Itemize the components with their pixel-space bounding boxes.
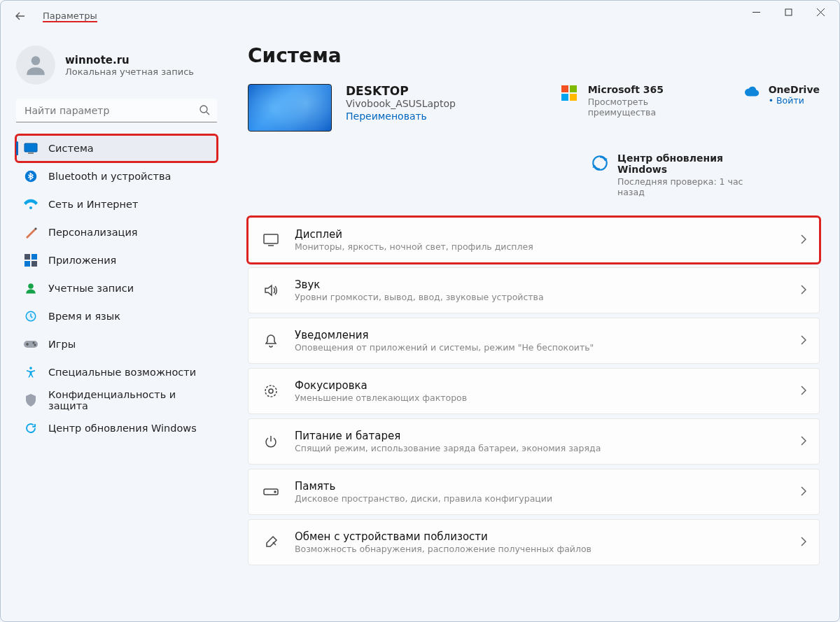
tile-m365[interactable]: Microsoft 365 Просмотреть преимущества bbox=[561, 84, 715, 132]
sidebar-item-label: Bluetooth и устройства bbox=[48, 171, 171, 182]
sidebar-item-label: Время и язык bbox=[48, 311, 120, 322]
maximize-button[interactable] bbox=[772, 1, 804, 23]
device-name: DESKTOP bbox=[346, 84, 456, 98]
windows-update-icon bbox=[591, 154, 609, 172]
focus-icon bbox=[262, 383, 279, 400]
svg-point-16 bbox=[29, 367, 32, 369]
chevron-right-icon bbox=[801, 334, 806, 348]
sidebar-item-label: Приложения bbox=[48, 255, 116, 266]
time-icon bbox=[23, 309, 38, 324]
gaming-icon bbox=[23, 337, 38, 352]
svg-point-22 bbox=[274, 491, 276, 493]
settings-item-notifications[interactable]: УведомленияОповещения от приложений и си… bbox=[248, 318, 820, 364]
settings-item-sound[interactable]: ЗвукУровни громкости, вывод, ввод, звуко… bbox=[248, 267, 820, 313]
svg-rect-0 bbox=[785, 9, 792, 15]
sidebar-item-personalization[interactable]: Персонализация bbox=[16, 219, 217, 246]
settings-item-sub: Возможность обнаружения, расположение по… bbox=[295, 544, 801, 554]
apps-icon bbox=[23, 253, 38, 268]
avatar-icon bbox=[16, 45, 55, 85]
chevron-right-icon bbox=[801, 435, 806, 448]
system-icon bbox=[23, 141, 38, 156]
device-wallpaper-thumb bbox=[248, 84, 332, 132]
settings-item-sub: Уменьшение отвлекающих факторов bbox=[295, 393, 801, 403]
sidebar-item-label: Учетные записи bbox=[48, 283, 134, 294]
app-title: Параметры bbox=[43, 10, 97, 22]
sidebar-item-gaming[interactable]: Игры bbox=[16, 331, 217, 358]
sidebar-item-label: Игры bbox=[48, 339, 76, 350]
sidebar-item-time[interactable]: Время и язык bbox=[16, 303, 217, 330]
settings-item-power[interactable]: Питание и батареяСпящий режим, использов… bbox=[248, 418, 820, 465]
device-model: Vivobook_ASUSLaptop bbox=[346, 98, 456, 109]
sound-icon bbox=[262, 282, 279, 299]
svg-rect-7 bbox=[24, 254, 30, 260]
svg-point-1 bbox=[31, 56, 41, 65]
svg-rect-3 bbox=[24, 143, 37, 152]
account-type: Локальная учетная запись bbox=[65, 66, 194, 77]
settings-item-sub: Дисковое пространство, диски, правила ко… bbox=[295, 493, 801, 504]
settings-item-sub: Спящий режим, использование заряда батар… bbox=[295, 443, 801, 453]
search-box[interactable] bbox=[16, 99, 217, 122]
search-input[interactable] bbox=[16, 99, 217, 122]
tile-link[interactable]: Войти bbox=[769, 95, 820, 106]
sidebar-item-label: Специальные возможности bbox=[48, 367, 196, 378]
bluetooth-icon bbox=[23, 169, 38, 184]
tile-windows-update[interactable]: Центр обновления Windows Последняя прове… bbox=[591, 153, 745, 197]
chevron-right-icon bbox=[801, 536, 806, 549]
nearby-icon bbox=[262, 534, 279, 551]
device-block: DESKTOP Vivobook_ASUSLaptop Переименоват… bbox=[248, 84, 456, 132]
settings-item-focus[interactable]: ФокусировкаУменьшение отвлекающих фактор… bbox=[248, 368, 820, 414]
svg-point-2 bbox=[200, 106, 207, 113]
chevron-right-icon bbox=[801, 385, 806, 398]
settings-item-sub: Мониторы, яркость, ночной свет, профиль … bbox=[295, 241, 801, 252]
svg-rect-10 bbox=[31, 261, 37, 267]
sidebar-item-accounts[interactable]: Учетные записи bbox=[16, 275, 217, 302]
notifications-icon bbox=[262, 332, 279, 349]
privacy-icon bbox=[23, 393, 38, 408]
settings-item-title: Обмен с устройствами поблизости bbox=[295, 530, 801, 543]
settings-item-title: Звук bbox=[295, 278, 801, 291]
rename-link[interactable]: Переименовать bbox=[346, 111, 456, 122]
tile-title: OneDrive bbox=[769, 84, 820, 95]
sidebar-item-update[interactable]: Центр обновления Windows bbox=[16, 415, 217, 441]
search-icon bbox=[199, 104, 210, 118]
sidebar-item-label: Сеть и Интернет bbox=[48, 199, 138, 210]
sidebar-item-label: Система bbox=[48, 143, 94, 154]
display-icon bbox=[262, 232, 279, 248]
settings-item-title: Фокусировка bbox=[295, 379, 801, 392]
chevron-right-icon bbox=[801, 234, 806, 247]
settings-item-nearby[interactable]: Обмен с устройствами поблизостиВозможнос… bbox=[248, 519, 820, 565]
sidebar-item-network[interactable]: Сеть и Интернет bbox=[16, 191, 217, 218]
tile-title: Microsoft 365 bbox=[588, 84, 715, 95]
svg-point-15 bbox=[34, 344, 36, 346]
personalization-icon bbox=[23, 225, 38, 240]
accessibility-icon bbox=[23, 365, 38, 380]
sidebar-item-label: Центр обновления Windows bbox=[48, 423, 197, 434]
account-block[interactable]: winnote.ru Локальная учетная запись bbox=[16, 45, 217, 85]
microsoft-logo-icon bbox=[561, 85, 580, 104]
settings-item-display[interactable]: ДисплейМониторы, яркость, ночной свет, п… bbox=[248, 217, 820, 263]
chevron-right-icon bbox=[801, 486, 806, 499]
tile-title: Центр обновления Windows bbox=[617, 153, 745, 175]
sidebar-item-bluetooth[interactable]: Bluetooth и устройства bbox=[16, 163, 217, 190]
settings-item-sub: Уровни громкости, вывод, ввод, звуковые … bbox=[295, 292, 801, 302]
tile-sub: Просмотреть преимущества bbox=[588, 97, 715, 118]
sidebar-item-accessibility[interactable]: Специальные возможности bbox=[16, 359, 217, 386]
network-icon bbox=[23, 197, 38, 212]
minimize-button[interactable] bbox=[740, 1, 772, 23]
update-icon bbox=[23, 420, 38, 436]
page-title: Система bbox=[248, 44, 820, 67]
svg-point-6 bbox=[29, 206, 32, 209]
power-icon bbox=[262, 433, 279, 450]
svg-point-19 bbox=[265, 386, 276, 397]
sidebar-item-apps[interactable]: Приложения bbox=[16, 247, 217, 274]
close-button[interactable] bbox=[804, 1, 836, 23]
settings-item-storage[interactable]: ПамятьДисковое пространство, диски, прав… bbox=[248, 469, 820, 515]
back-button[interactable] bbox=[12, 8, 29, 24]
tile-onedrive[interactable]: OneDrive Войти bbox=[742, 84, 820, 132]
settings-item-title: Дисплей bbox=[295, 228, 801, 241]
svg-rect-8 bbox=[31, 254, 37, 260]
sidebar-item-privacy[interactable]: Конфиденциальность и защита bbox=[16, 387, 217, 414]
sidebar-item-system[interactable]: Система bbox=[16, 135, 217, 162]
settings-item-sub: Оповещения от приложений и системы, режи… bbox=[295, 342, 801, 353]
svg-rect-4 bbox=[28, 153, 34, 154]
